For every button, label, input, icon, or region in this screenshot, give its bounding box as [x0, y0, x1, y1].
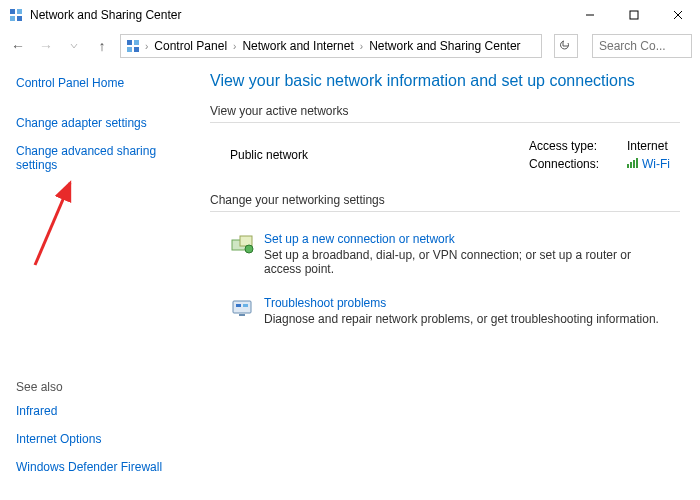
troubleshoot-icon	[230, 296, 254, 320]
connection-link[interactable]: Wi-Fi	[627, 157, 670, 171]
svg-rect-3	[17, 16, 22, 21]
setup-connection-icon	[230, 232, 254, 256]
app-icon	[8, 7, 24, 23]
search-input[interactable]	[592, 34, 692, 58]
window-titlebar: Network and Sharing Center	[0, 0, 700, 30]
back-button[interactable]: ←	[8, 36, 28, 56]
svg-rect-18	[239, 314, 245, 316]
access-type-label: Access type:	[529, 139, 609, 153]
refresh-dropdown[interactable]	[554, 34, 578, 58]
maximize-button[interactable]	[612, 0, 656, 30]
sidebar: Control Panel Home Change adapter settin…	[0, 62, 200, 500]
task-setup-connection-desc: Set up a broadband, dial-up, or VPN conn…	[264, 248, 670, 276]
task-troubleshoot-desc: Diagnose and repair network problems, or…	[264, 312, 659, 326]
svg-rect-1	[17, 9, 22, 14]
address-bar[interactable]: › Control Panel › Network and Internet ›…	[120, 34, 542, 58]
svg-rect-8	[127, 40, 132, 45]
access-type-value: Internet	[627, 139, 668, 153]
svg-rect-15	[233, 301, 251, 313]
minimize-button[interactable]	[568, 0, 612, 30]
close-button[interactable]	[656, 0, 700, 30]
connections-label: Connections:	[529, 157, 609, 171]
chevron-right-icon[interactable]: ›	[145, 41, 148, 52]
see-also-firewall[interactable]: Windows Defender Firewall	[16, 456, 184, 478]
task-troubleshoot: Troubleshoot problems Diagnose and repai…	[210, 290, 680, 340]
see-also-internet-options[interactable]: Internet Options	[16, 428, 184, 450]
svg-rect-11	[134, 47, 139, 52]
svg-rect-0	[10, 9, 15, 14]
main-content: View your basic network information and …	[200, 62, 700, 500]
svg-rect-17	[243, 304, 248, 307]
window-controls	[568, 0, 700, 30]
network-name: Public network	[230, 148, 308, 162]
active-networks-header: View your active networks	[210, 104, 680, 123]
change-settings-header: Change your networking settings	[210, 193, 680, 212]
window-title: Network and Sharing Center	[30, 8, 181, 22]
breadcrumb-mid[interactable]: Network and Internet	[240, 39, 355, 53]
sidebar-adapter-link[interactable]: Change adapter settings	[16, 112, 184, 134]
sidebar-home-link[interactable]: Control Panel Home	[16, 72, 184, 94]
breadcrumb-leaf[interactable]: Network and Sharing Center	[367, 39, 522, 53]
sidebar-advanced-sharing-link[interactable]: Change advanced sharing settings	[16, 140, 184, 176]
svg-rect-10	[127, 47, 132, 52]
breadcrumb-root[interactable]: Control Panel	[152, 39, 229, 53]
task-setup-connection-link[interactable]: Set up a new connection or network	[264, 232, 670, 246]
recent-dropdown[interactable]	[64, 36, 84, 56]
up-button[interactable]: ↑	[92, 36, 112, 56]
wifi-signal-icon	[627, 158, 638, 168]
page-title: View your basic network information and …	[210, 72, 680, 90]
svg-point-14	[245, 245, 253, 253]
svg-rect-16	[236, 304, 241, 307]
svg-rect-9	[134, 40, 139, 45]
task-setup-connection: Set up a new connection or network Set u…	[210, 226, 680, 290]
active-network-row: Public network Access type: Internet Con…	[210, 137, 680, 193]
connection-name: Wi-Fi	[642, 157, 670, 171]
task-troubleshoot-link[interactable]: Troubleshoot problems	[264, 296, 659, 310]
svg-rect-5	[630, 11, 638, 19]
location-icon	[125, 38, 141, 54]
svg-rect-2	[10, 16, 15, 21]
navigation-bar: ← → ↑ › Control Panel › Network and Inte…	[0, 30, 700, 62]
chevron-right-icon[interactable]: ›	[360, 41, 363, 52]
svg-rect-13	[240, 236, 252, 246]
see-also-header: See also	[16, 380, 184, 394]
forward-button[interactable]: →	[36, 36, 56, 56]
chevron-right-icon[interactable]: ›	[233, 41, 236, 52]
see-also-infrared[interactable]: Infrared	[16, 400, 184, 422]
